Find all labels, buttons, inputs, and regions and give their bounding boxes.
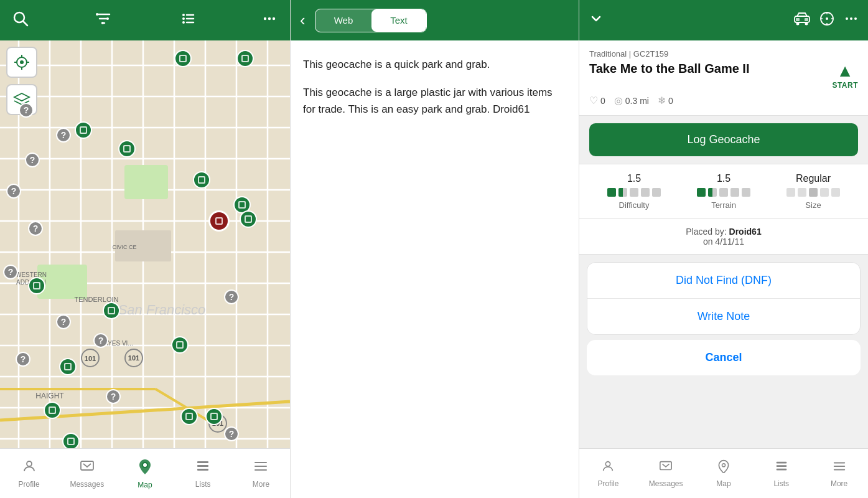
right-map-icon [717,459,730,477]
svg-rect-100 [197,461,208,463]
gc-marker[interactable] [44,402,61,419]
gc-marker[interactable] [59,358,77,375]
gc-marker-unknown[interactable]: ? [28,221,43,236]
svg-point-110 [805,22,808,25]
gc-marker-unknown[interactable]: ? [224,289,239,304]
difficulty-value: 1.5 [627,173,641,184]
svg-text:San Francisco: San Francisco [118,302,206,317]
gc-marker[interactable] [205,408,223,425]
nav-messages-label: Messages [70,480,104,489]
gc-marker[interactable] [28,277,45,294]
cancel-button[interactable]: Cancel [587,340,861,375]
gc-marker-unknown[interactable]: ? [106,389,121,404]
nav-messages[interactable]: Messages [58,459,116,489]
gc-marker-unknown[interactable]: ? [56,314,71,329]
svg-point-6 [182,17,185,20]
gc-marker[interactable] [240,210,257,228]
svg-text:101: 101 [85,355,96,362]
gc-marker-unknown[interactable]: ? [56,128,71,143]
dropdown-arrow-icon[interactable] [589,11,604,29]
gc-marker[interactable] [171,336,189,354]
svg-point-112 [826,17,828,20]
gc-marker[interactable] [193,171,210,189]
log-geocache-button[interactable]: Log Geocache [589,123,858,156]
svg-rect-87 [65,364,70,369]
distance-stat: ◎ 0.3 mi [614,95,649,106]
t-dot-2 [708,188,717,197]
dnf-button[interactable]: Did Not Find (DNF) [587,263,860,299]
gc-marker-unknown[interactable]: ? [93,333,108,348]
gc-marker[interactable] [180,408,198,425]
svg-rect-119 [777,461,787,463]
svg-rect-93 [187,414,192,419]
nav-map[interactable]: Map [116,458,174,489]
s-dot-1 [786,188,795,197]
svg-rect-108 [805,18,808,21]
filter-icon[interactable] [95,11,111,31]
gc-marker[interactable] [236,50,254,67]
right-nav-profile[interactable]: Profile [579,459,637,488]
dot-3 [630,188,638,197]
size-rating: Regular Size [786,173,840,210]
description-content: This geocache is a quick park and grab. … [291,40,579,498]
svg-point-109 [796,22,800,25]
gc-marker[interactable] [103,302,120,319]
tab-text[interactable]: Text [371,9,426,32]
gc-marker-unknown[interactable]: ? [19,103,34,118]
gc-marker[interactable] [62,433,80,448]
t-dot-3 [719,188,728,197]
gc-marker[interactable] [75,121,92,139]
more-icon[interactable] [261,11,278,31]
header-more-icon[interactable] [844,11,859,30]
profile-icon [22,459,37,477]
start-button[interactable]: ▲ START [832,61,858,90]
gc-marker-unknown[interactable]: ? [3,265,18,280]
gc-marker-unknown[interactable]: ? [16,352,30,367]
nav-more[interactable]: More [232,459,290,489]
tab-web[interactable]: Web [315,9,372,32]
svg-text:101: 101 [128,354,139,362]
location-icon: ◎ [614,95,623,106]
locate-button[interactable] [6,47,37,78]
svg-rect-81 [34,283,39,288]
svg-point-7 [182,21,185,24]
gc-marker-unknown[interactable]: ? [224,426,239,441]
nav-profile[interactable]: Profile [0,459,58,489]
car-icon[interactable] [794,12,810,29]
svg-point-2 [96,13,98,16]
size-value: Regular [796,173,831,184]
web-text-toggle[interactable]: Web Text [315,9,427,32]
nav-lists[interactable]: Lists [174,459,232,489]
back-button[interactable]: ‹ [300,11,306,30]
favorites-count: 0 [600,96,605,106]
gc-marker-selected[interactable] [208,210,230,232]
header-icons [794,11,859,30]
svg-point-4 [101,22,104,24]
gc-marker-unknown[interactable]: ? [25,153,40,167]
right-nav-messages[interactable]: Messages [637,459,695,488]
write-note-button[interactable]: Write Note [587,299,860,334]
gc-marker[interactable] [118,140,136,157]
svg-point-114 [850,17,852,20]
right-nav-lists-label: Lists [773,479,789,488]
cancel-label: Cancel [705,351,742,364]
difficulty-dots [607,188,661,197]
gc-marker[interactable] [174,50,192,67]
list-filter-icon[interactable] [179,11,195,31]
gc-marker-unknown[interactable]: ? [6,184,21,199]
trackables-stat: ❄ 0 [658,95,673,106]
svg-rect-41 [124,165,168,199]
right-nav-more[interactable]: More [810,459,868,488]
compass-icon[interactable] [819,11,834,30]
dot-2 [618,188,627,197]
right-nav-map[interactable]: Map [695,459,753,488]
map-view[interactable]: 101 101 101 CIVIC CE WESTERN ADDITION TE… [0,40,290,448]
svg-rect-75 [240,202,245,207]
search-icon[interactable] [12,11,29,31]
right-nav-lists[interactable]: Lists [752,459,810,488]
right-nav-profile-label: Profile [597,479,618,488]
svg-point-12 [268,17,271,19]
terrain-dots [697,188,750,197]
svg-text:HAIGHT: HAIGHT [35,392,64,400]
svg-rect-71 [124,146,129,151]
